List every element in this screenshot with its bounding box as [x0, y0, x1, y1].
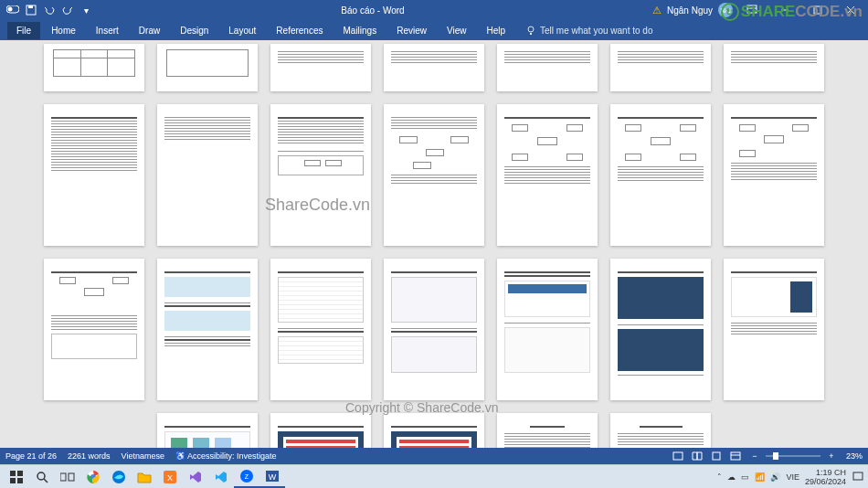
tab-file[interactable]: File	[7, 22, 40, 39]
page-thumbnail[interactable]	[270, 104, 371, 246]
read-mode-icon[interactable]	[689, 450, 705, 462]
page-thumbnail[interactable]	[724, 104, 824, 246]
page-thumbnail[interactable]	[157, 104, 258, 246]
redo-icon[interactable]	[60, 3, 75, 17]
tab-draw[interactable]: Draw	[130, 22, 169, 39]
page-thumbnail[interactable]	[497, 44, 598, 91]
tab-mailings[interactable]: Mailings	[333, 22, 386, 39]
page-thumbnail[interactable]	[44, 259, 144, 400]
tray-volume-icon[interactable]: 🔊	[770, 472, 780, 482]
windows-taskbar: X Z W ˄ ☁ ▭ 📶 🔊 VIE 1:19 CH 29/06/2024	[0, 464, 868, 488]
thumbnail-row	[44, 104, 824, 246]
warning-icon[interactable]: ⚠	[652, 5, 662, 16]
zoom-in-icon[interactable]: +	[823, 450, 840, 462]
svg-rect-12	[10, 478, 16, 483]
tray-time: 1:19 CH	[816, 468, 846, 477]
page-thumbnail[interactable]	[44, 44, 144, 91]
logo-text-gray: CODE.vn	[795, 3, 863, 21]
bulb-icon	[525, 25, 536, 36]
file-explorer-icon[interactable]	[132, 466, 157, 488]
language-indicator[interactable]: Vietnamese	[122, 451, 164, 461]
tab-view[interactable]: View	[438, 22, 476, 39]
document-title: Báo cáo - Word	[93, 5, 652, 16]
edge-icon[interactable]	[106, 466, 132, 488]
page-thumbnail[interactable]	[157, 259, 258, 400]
page-thumbnail[interactable]	[270, 413, 371, 448]
focus-mode-icon[interactable]	[670, 450, 686, 462]
start-button[interactable]	[4, 466, 29, 488]
tray-cloud-icon[interactable]: ☁	[727, 472, 736, 482]
svg-rect-7	[673, 452, 683, 460]
svg-rect-26	[853, 472, 863, 480]
tab-review[interactable]: Review	[387, 22, 436, 39]
page-thumbnail[interactable]	[610, 413, 711, 448]
page-thumbnail[interactable]	[497, 413, 598, 448]
page-thumbnail[interactable]	[44, 104, 144, 246]
tab-design[interactable]: Design	[171, 22, 217, 39]
svg-rect-10	[10, 471, 16, 476]
page-thumbnail[interactable]	[384, 413, 484, 448]
tray-wifi-icon[interactable]: 📶	[755, 472, 765, 482]
save-icon[interactable]	[24, 3, 38, 17]
tab-help[interactable]: Help	[477, 22, 514, 39]
vscode-icon[interactable]	[208, 466, 234, 488]
user-name[interactable]: Ngân Nguy	[667, 5, 713, 16]
page-thumbnail[interactable]	[497, 259, 598, 400]
page-thumbnail[interactable]	[384, 44, 484, 91]
tray-notifications-icon[interactable]	[852, 471, 864, 483]
tray-clock[interactable]: 1:19 CH 29/06/2024	[805, 468, 846, 486]
zoom-level[interactable]: 23%	[846, 451, 863, 461]
quick-access-toolbar: ▾	[0, 3, 93, 17]
page-indicator[interactable]: Page 21 of 26	[5, 451, 57, 461]
svg-point-6	[528, 27, 534, 32]
zalo-icon[interactable]: Z	[234, 466, 259, 488]
web-layout-icon[interactable]	[727, 450, 744, 462]
task-view-icon[interactable]	[55, 466, 80, 488]
tab-references[interactable]: References	[267, 22, 332, 39]
tell-me-search[interactable]: Tell me what you want to do	[525, 25, 652, 36]
tab-insert[interactable]: Insert	[87, 22, 128, 39]
page-thumbnail[interactable]	[384, 259, 484, 400]
word-count[interactable]: 2261 words	[68, 451, 111, 461]
svg-rect-16	[69, 473, 74, 481]
svg-text:W: W	[269, 472, 277, 482]
zoom-slider[interactable]	[766, 455, 820, 457]
tell-me-label: Tell me what you want to do	[540, 26, 652, 36]
svg-text:X: X	[167, 473, 173, 483]
tab-layout[interactable]: Layout	[219, 22, 265, 39]
tab-home[interactable]: Home	[42, 22, 85, 39]
page-thumbnail[interactable]	[270, 44, 371, 91]
thumbnail-row	[44, 413, 824, 448]
page-thumbnail[interactable]	[610, 44, 711, 91]
xampp-icon[interactable]: X	[157, 466, 183, 488]
print-layout-icon[interactable]	[708, 450, 725, 462]
search-icon[interactable]	[29, 466, 55, 488]
page-thumbnail[interactable]	[497, 104, 598, 246]
svg-rect-8	[713, 452, 720, 460]
page-thumbnail[interactable]	[157, 413, 258, 448]
tray-chevron-icon[interactable]: ˄	[717, 472, 722, 482]
svg-rect-15	[60, 473, 66, 481]
page-thumbnail[interactable]	[157, 44, 258, 91]
svg-rect-3	[28, 5, 33, 8]
zoom-out-icon[interactable]: −	[746, 450, 763, 462]
word-taskbar-icon[interactable]: W	[259, 466, 285, 488]
page-thumbnail[interactable]	[610, 259, 711, 400]
chrome-icon[interactable]	[80, 466, 106, 488]
visual-studio-icon[interactable]	[183, 466, 208, 488]
page-thumbnail[interactable]	[384, 104, 484, 246]
page-thumbnail[interactable]	[724, 44, 824, 91]
page-thumbnail[interactable]	[610, 104, 711, 246]
document-canvas[interactable]: ShareCode.vn Copyright © ShareCode.vn	[0, 40, 868, 448]
svg-rect-11	[17, 471, 23, 476]
undo-icon[interactable]	[42, 3, 57, 17]
tray-language[interactable]: VIE	[786, 472, 799, 482]
accessibility-status[interactable]: ♿ Accessibility: Investigate	[175, 451, 277, 461]
qat-customize-icon[interactable]: ▾	[79, 3, 93, 17]
accessibility-label: Accessibility: Investigate	[187, 451, 277, 461]
page-thumbnail[interactable]	[724, 259, 824, 400]
page-thumbnail[interactable]	[270, 259, 371, 400]
autosave-toggle[interactable]	[5, 3, 20, 17]
svg-rect-13	[17, 478, 23, 483]
tray-battery-icon[interactable]: ▭	[741, 472, 749, 482]
